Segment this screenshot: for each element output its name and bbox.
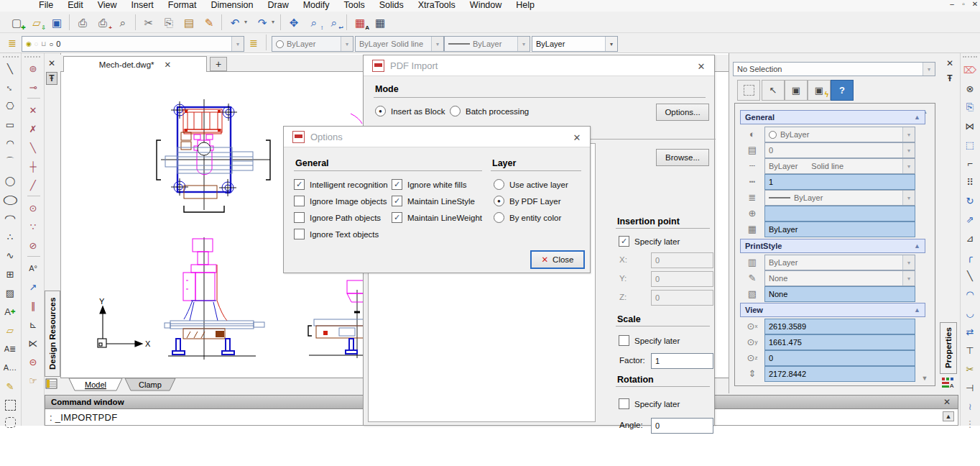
snap-perpendicular-button[interactable]: ⊾ (24, 316, 42, 332)
plotstyle-combo-arrow-icon[interactable]: ▾ (605, 37, 617, 51)
erase-button[interactable]: ⌦ (961, 62, 979, 78)
menu-xtratools[interactable]: XtraTools (411, 0, 463, 10)
window-close-button[interactable]: ✕ (970, 0, 980, 8)
menu-dimension[interactable]: Dimension (203, 0, 260, 10)
chamfer-button[interactable]: ╲ (961, 268, 979, 283)
window-minimize-button[interactable]: – (947, 0, 957, 8)
linetype-combo[interactable]: ByLayerSolid line ▾ (355, 36, 444, 52)
spline-tool-button[interactable]: ∿ (1, 247, 19, 263)
table-button[interactable]: ▦ (371, 14, 389, 31)
sketch-tool-button[interactable]: ✎ (1, 378, 19, 394)
mtext-tool-button[interactable]: A≣ (1, 341, 19, 357)
design-resources-tab[interactable]: Design Resources (45, 291, 60, 377)
angle-input[interactable]: 0 (651, 418, 713, 434)
scale-button[interactable]: ⇗ (961, 211, 979, 227)
snap-node-button[interactable]: ∵ (24, 219, 42, 234)
view-center-x-field[interactable]: 2619.3589 (764, 319, 915, 334)
layer-combo[interactable]: ◉ ◌ ⊔ ○ 0 ▾ (22, 36, 244, 52)
transparency-field[interactable]: ByLayer (764, 221, 915, 237)
blend-curve-button[interactable]: ◠ (961, 286, 979, 302)
selection-filter-combo[interactable]: No Selection ▾ (733, 62, 935, 76)
view-center-y-field[interactable]: 1661.475 (764, 334, 915, 350)
snap-from-button[interactable]: ┼ (24, 158, 42, 174)
options-titlebar[interactable]: Options (284, 127, 590, 147)
redo-button[interactable]: ↷ (253, 14, 272, 31)
arc-3point-tool-button[interactable]: ◠ (1, 135, 19, 151)
document-tab[interactable]: Mech-det.dwg* ✕ (63, 56, 207, 72)
open-file-button[interactable]: ▱⇩ (27, 14, 46, 31)
mirror-button[interactable]: ⋈ (961, 118, 979, 134)
toolbar-grip[interactable] (963, 56, 977, 60)
select-rect-tool-button[interactable] (1, 397, 19, 413)
blend-curve-2-button[interactable]: ◡ (961, 305, 979, 321)
extend-button[interactable]: ⊣ (961, 380, 979, 396)
command-window-close-icon[interactable]: ✕ (941, 396, 953, 408)
point-single-button[interactable]: ⊸ (24, 79, 42, 95)
x-input[interactable]: 0 (651, 252, 713, 268)
join-button[interactable]: ⇄ (961, 324, 979, 339)
scale-specify-later-checkbox[interactable]: Specify later (619, 335, 680, 346)
select-objects-button[interactable] (737, 80, 760, 101)
snap-endpoint-button[interactable]: ↗ (24, 279, 42, 295)
color-combo-arrow-icon[interactable]: ▾ (341, 37, 353, 51)
fillet-button[interactable]: ╭ (961, 249, 979, 265)
design-resources-close-button[interactable]: ✕ (46, 58, 57, 69)
snap-center-button[interactable]: ⊙ (24, 200, 42, 216)
text-angle-button[interactable]: A° (24, 260, 42, 276)
line-tool-button[interactable]: ╲ (1, 60, 19, 76)
redo-dropdown-icon[interactable]: ▾ (272, 19, 274, 25)
copy-object-button[interactable]: ⎘ (961, 99, 979, 115)
properties-tab[interactable]: Properties (940, 322, 957, 374)
quick-select-button[interactable]: ▣ϟ (808, 80, 831, 101)
layer-property-arrow-icon[interactable]: ▾ (902, 143, 915, 157)
linetype-scale-field[interactable]: 1 (764, 174, 915, 190)
copy-selection-button[interactable]: ⬚ (961, 137, 979, 152)
layer-states-icon[interactable]: A (941, 377, 954, 388)
new-file-button[interactable]: ▢✚ (7, 14, 26, 31)
design-resources-pin-icon[interactable]: Ŧ (46, 72, 57, 85)
linetype-combo-arrow-icon[interactable]: ▾ (431, 37, 443, 51)
close-button[interactable]: ✕ Close (530, 250, 585, 269)
pan-button[interactable]: ✥ (285, 14, 303, 31)
use-active-layer-radio[interactable]: Use active layer (494, 179, 568, 190)
color-property-field[interactable]: ByLayer▾ (764, 127, 915, 142)
menu-modify[interactable]: Modify (296, 0, 337, 10)
view-center-z-field[interactable]: 0 (764, 350, 915, 366)
collapse-icon[interactable]: ▲ (914, 242, 920, 250)
printstyle-field[interactable]: ByLayer▾ (764, 255, 915, 270)
view-height-field[interactable]: 2172.8442 (764, 366, 915, 382)
select-polygon-tool-button[interactable] (1, 414, 19, 430)
break-button[interactable]: ⊤ (961, 342, 979, 358)
printstyle-table-arrow-icon[interactable]: ▾ (902, 271, 915, 285)
rectangle-tool-button[interactable]: ▭ (1, 116, 19, 132)
pdf-import-titlebar[interactable]: PDF Import (364, 55, 714, 76)
printstyle-table-field[interactable]: None▾ (764, 270, 915, 286)
insertion-specify-later-checkbox[interactable]: ✓ Specify later (619, 236, 680, 247)
snap-extension-button[interactable]: ⋉ (24, 335, 42, 351)
layer-manager-button[interactable]: ≣ (4, 35, 20, 51)
snap-parallel-button[interactable]: ∥ (24, 298, 42, 314)
rotation-specify-later-checkbox[interactable]: Specify later (619, 398, 680, 409)
printstyle-area-field[interactable]: None (764, 286, 915, 302)
document-tab-close-icon[interactable]: ✕ (165, 60, 172, 70)
break-at-point-button[interactable]: ⋮ (961, 416, 979, 431)
polygon-tool-button[interactable]: ⎔ (1, 98, 19, 114)
z-input[interactable]: 0 (651, 290, 713, 306)
lineweight-combo-arrow-icon[interactable]: ▾ (517, 37, 530, 51)
new-document-tab-button[interactable]: + (210, 57, 227, 71)
help-button[interactable]: ? (831, 80, 854, 101)
y-input[interactable]: 0 (651, 271, 713, 287)
zoom-realtime-button[interactable]: ⌕↕ (305, 14, 323, 31)
factor-input[interactable]: 1 (651, 353, 713, 369)
ellipse-arc-tool-button[interactable]: ◠ (1, 210, 19, 226)
menu-edit[interactable]: Edit (60, 0, 91, 10)
command-window-expand-icon[interactable]: ▲ (943, 411, 954, 421)
construction-line-tool-button[interactable]: ↔ (1, 79, 19, 95)
single-text-tool-button[interactable]: A… (1, 360, 19, 375)
ellipse-tool-button[interactable]: ◯ (1, 191, 19, 207)
oops-button[interactable]: ⊗ (961, 81, 979, 96)
paste-button[interactable]: ▤ (180, 14, 198, 31)
printstyle-arrow-icon[interactable]: ▾ (902, 255, 915, 270)
options-close-icon[interactable]: ✕ (571, 132, 583, 143)
undo-dropdown-icon[interactable]: ▾ (244, 19, 247, 25)
